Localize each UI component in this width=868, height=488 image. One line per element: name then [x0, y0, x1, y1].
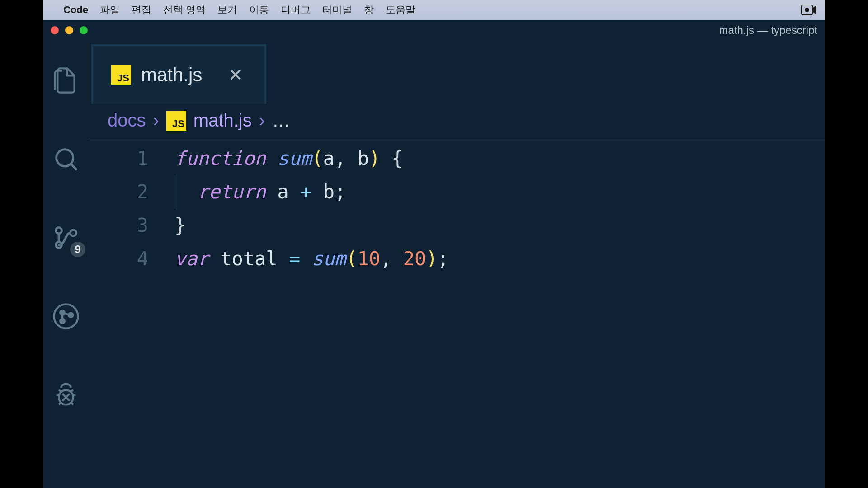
activity-search-icon[interactable]	[52, 145, 80, 174]
svg-point-2	[57, 150, 73, 166]
svg-point-6	[54, 304, 78, 328]
activity-explorer-icon[interactable]	[52, 66, 80, 95]
window-minimize-button[interactable]	[65, 26, 73, 34]
code-line[interactable]: var total = sum(10, 20);	[175, 242, 825, 276]
svg-point-7	[60, 310, 65, 315]
breadcrumb-folder[interactable]: docs	[108, 110, 146, 131]
breadcrumb-more[interactable]: …	[272, 110, 290, 131]
svg-point-9	[69, 313, 73, 318]
menubar-item-debug[interactable]: 디버그	[281, 3, 311, 17]
chevron-right-icon: ›	[259, 110, 265, 131]
activity-bar: 9	[43, 41, 89, 488]
code-editor[interactable]: 1 2 3 4 function sum(a, b) { return a + …	[89, 138, 825, 488]
line-number: 1	[89, 142, 148, 175]
chevron-right-icon: ›	[153, 110, 159, 131]
svg-point-3	[56, 227, 61, 233]
line-number: 3	[89, 209, 148, 242]
menubar-item-selection[interactable]: 선택 영역	[163, 3, 206, 17]
tab-filename: math.js	[141, 64, 202, 86]
menubar-item-go[interactable]: 이동	[249, 3, 269, 17]
line-number: 4	[89, 242, 148, 276]
source-control-badge: 9	[69, 240, 87, 258]
vscode-window: math.js — typescript 9	[43, 20, 825, 488]
window-titlebar: math.js — typescript	[43, 20, 825, 41]
menubar-app-name[interactable]: Code	[63, 4, 88, 16]
window-zoom-button[interactable]	[80, 26, 88, 34]
editor-tab-mathjs[interactable]: JS math.js ✕	[91, 44, 266, 104]
breadcrumb[interactable]: docs › JS math.js › …	[89, 104, 825, 138]
menubar-item-help[interactable]: 도움말	[386, 3, 415, 17]
line-number: 2	[89, 175, 148, 209]
window-close-button[interactable]	[51, 26, 59, 34]
svg-point-8	[60, 319, 65, 324]
menubar-item-edit[interactable]: 편집	[132, 3, 151, 17]
screen-record-icon[interactable]	[801, 5, 816, 15]
window-title: math.js — typescript	[719, 24, 817, 37]
svg-point-1	[805, 8, 809, 12]
menubar-item-file[interactable]: 파일	[100, 3, 120, 17]
activity-source-control-icon[interactable]: 9	[52, 223, 80, 252]
code-lines[interactable]: function sum(a, b) { return a + b; } var…	[175, 142, 825, 488]
menubar-item-terminal[interactable]: 터미널	[322, 3, 352, 17]
tab-close-icon[interactable]: ✕	[228, 65, 243, 85]
activity-gitlens-icon[interactable]	[52, 302, 80, 331]
activity-debug-icon[interactable]	[52, 380, 80, 409]
code-line[interactable]: }	[175, 209, 825, 242]
editor-area: JS math.js ✕ docs › JS math.js › … 1 2 3…	[89, 41, 825, 488]
menubar-item-view[interactable]: 보기	[217, 3, 237, 17]
macos-menubar: Code 파일 편집 선택 영역 보기 이동 디버그 터미널 창 도움말	[43, 0, 825, 20]
editor-tabs: JS math.js ✕	[89, 41, 825, 104]
code-line[interactable]: function sum(a, b) {	[175, 142, 825, 175]
line-number-gutter: 1 2 3 4	[89, 142, 175, 488]
code-line[interactable]: return a + b;	[175, 175, 825, 209]
js-file-icon: JS	[166, 111, 186, 131]
js-file-icon: JS	[111, 65, 131, 85]
breadcrumb-file[interactable]: math.js	[193, 110, 252, 131]
window-traffic-lights	[51, 26, 88, 34]
menubar-item-window[interactable]: 창	[364, 3, 374, 17]
